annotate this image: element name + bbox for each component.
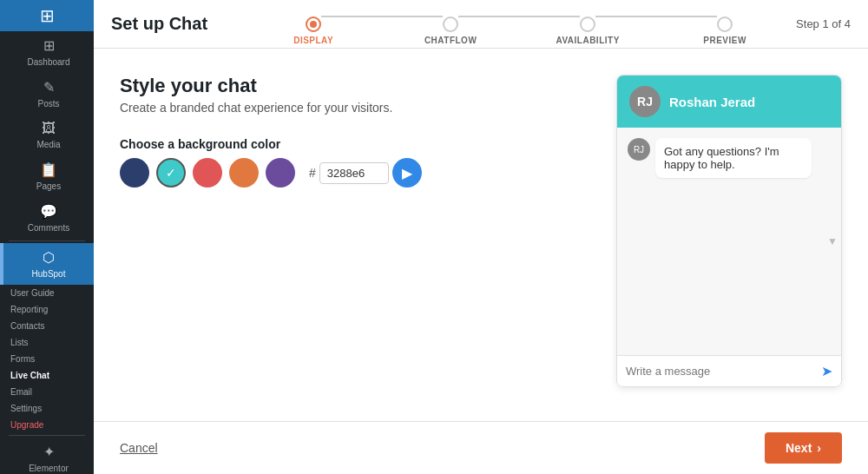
sidebar-item-pages[interactable]: 📋 Pages <box>0 155 94 197</box>
sidebar-item-posts[interactable]: ✎ Posts <box>0 73 94 115</box>
avatar-initials: RJ <box>637 95 653 109</box>
dashboard-icon: ⊞ <box>43 37 55 54</box>
sidebar-item-hubspot[interactable]: ⬡ HubSpot <box>0 243 94 285</box>
chat-input-area: ➤ <box>617 355 841 386</box>
chat-preview: RJ Roshan Jerad RJ Got any questions? I'… <box>616 75 842 387</box>
left-panel: Style your chat Create a branded chat ex… <box>120 75 590 421</box>
comments-icon: 💬 <box>40 203 57 220</box>
confirm-icon: ▶ <box>402 165 412 181</box>
step-label-display: DISPLAY <box>293 36 333 45</box>
message-avatar: RJ <box>628 138 650 161</box>
next-button[interactable]: Next › <box>765 432 842 464</box>
sidebar-label-hubspot: HubSpot <box>32 269 66 279</box>
chat-messages: RJ Got any questions? I'm happy to help.… <box>617 128 841 355</box>
main-content: Set up Chat DISPLAY CHATFLOW AVAILABILIT… <box>94 0 868 474</box>
sidebar-item-comments[interactable]: 💬 Comments <box>0 197 94 239</box>
step-display: DISPLAY <box>306 16 321 32</box>
submenu-email[interactable]: Email <box>0 384 94 400</box>
step-circle-display <box>306 16 321 32</box>
sidebar-item-dashboard[interactable]: ⊞ Dashboard <box>0 31 94 73</box>
agent-name: Roshan Jerad <box>669 95 755 109</box>
submenu-live-chat[interactable]: Live Chat <box>0 367 94 384</box>
swatch-red[interactable] <box>193 158 222 188</box>
sidebar-item-elementor[interactable]: ✦ Elementor <box>0 438 94 474</box>
step-circle-chatflow <box>443 16 458 32</box>
swatch-dark-blue[interactable] <box>120 158 149 188</box>
pages-icon: 📋 <box>40 161 57 178</box>
submenu-user-guide[interactable]: User Guide <box>0 285 94 301</box>
swatch-checkmark: ✓ <box>166 166 176 180</box>
step-preview: PREVIEW <box>717 16 733 32</box>
message-row: RJ Got any questions? I'm happy to help. <box>628 138 831 178</box>
cancel-button[interactable]: Cancel <box>120 441 158 455</box>
step-line-3 <box>595 16 717 17</box>
swatch-teal[interactable]: ✓ <box>156 158 186 188</box>
color-confirm-button[interactable]: ▶ <box>392 158 422 188</box>
color-input-wrapper: # ▶ <box>309 158 422 188</box>
step-line-2 <box>458 16 580 17</box>
step-chatflow: CHATFLOW <box>443 16 458 32</box>
color-section-label: Choose a background color <box>120 137 590 151</box>
sidebar: ⊞ ⊞ Dashboard ✎ Posts 🖼 Media 📋 Pages 💬 … <box>0 0 94 474</box>
step-circle-availability <box>580 16 595 32</box>
step-label-preview: PREVIEW <box>703 36 746 45</box>
next-arrow-icon: › <box>817 441 821 455</box>
elementor-icon: ✦ <box>43 444 55 460</box>
section-subtitle: Create a branded chat experience for you… <box>120 101 590 115</box>
submenu-contacts[interactable]: Contacts <box>0 318 94 334</box>
next-label: Next <box>786 441 812 455</box>
footer: Cancel Next › <box>94 421 868 474</box>
message-bubble: Got any questions? I'm happy to help. <box>655 138 812 178</box>
sidebar-label-dashboard: Dashboard <box>28 57 70 67</box>
topbar: Set up Chat DISPLAY CHATFLOW AVAILABILIT… <box>94 0 868 49</box>
step-info: Step 1 of 4 <box>796 17 851 30</box>
submenu-reporting[interactable]: Reporting <box>0 301 94 318</box>
page-title: Set up Chat <box>111 14 207 34</box>
section-title: Style your chat <box>120 75 590 97</box>
wp-logo-icon: ⊞ <box>40 5 55 26</box>
swatch-orange[interactable] <box>229 158 259 188</box>
hubspot-icon: ⬡ <box>43 249 55 266</box>
body-area: Style your chat Create a branded chat ex… <box>94 49 868 421</box>
send-icon[interactable]: ➤ <box>821 363 832 379</box>
sidebar-label-pages: Pages <box>36 181 61 191</box>
sidebar-separator-1 <box>9 240 85 241</box>
step-line-1 <box>321 16 443 17</box>
submenu-lists[interactable]: Lists <box>0 334 94 351</box>
sidebar-label-comments: Comments <box>28 223 69 233</box>
step-label-chatflow: CHATFLOW <box>424 36 477 45</box>
submenu-forms[interactable]: Forms <box>0 351 94 367</box>
color-hash: # <box>309 166 316 180</box>
step-availability: AVAILABILITY <box>580 16 595 32</box>
agent-avatar: RJ <box>629 86 661 117</box>
media-icon: 🖼 <box>42 121 56 136</box>
sidebar-label-posts: Posts <box>37 99 59 109</box>
submenu-upgrade[interactable]: Upgrade <box>0 417 94 433</box>
step-label-availability: AVAILABILITY <box>556 36 619 45</box>
swatch-purple[interactable] <box>266 158 295 188</box>
color-hex-input[interactable] <box>319 162 389 184</box>
chat-header: RJ Roshan Jerad <box>617 76 841 128</box>
posts-icon: ✎ <box>43 79 55 95</box>
color-swatches: ✓ # ▶ <box>120 158 590 188</box>
sidebar-separator-2 <box>9 435 85 436</box>
stepper: DISPLAY CHATFLOW AVAILABILITY PREVIEW <box>242 16 796 33</box>
scroll-hint: ▼ <box>827 235 838 247</box>
msg-avatar-initials: RJ <box>634 145 644 155</box>
chat-message-input[interactable] <box>626 365 816 378</box>
sidebar-label-media: Media <box>36 140 60 149</box>
submenu-settings[interactable]: Settings <box>0 400 94 417</box>
sidebar-label-elementor: Elementor <box>29 464 69 473</box>
step-circle-preview <box>717 16 733 32</box>
hubspot-submenu: User Guide Reporting Contacts Lists Form… <box>0 285 94 433</box>
wp-logo[interactable]: ⊞ <box>0 0 94 31</box>
sidebar-item-media[interactable]: 🖼 Media <box>0 115 94 155</box>
